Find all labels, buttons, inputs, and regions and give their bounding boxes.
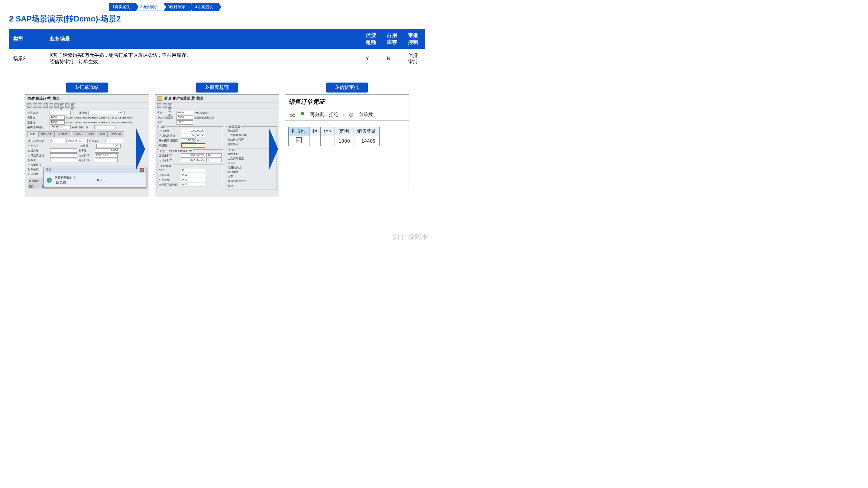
btn-realloc[interactable]: 再分配 (310, 112, 324, 118)
screenshot-1: 1-订单冻结 创建 标准订单: 概览 订单 凭证 标准订单净价值0.00 售达方… (25, 83, 149, 197)
lbl-agreed: 约定减免 (159, 178, 180, 182)
sap1-toolbar: 订单 凭证 (25, 102, 149, 109)
in-po[interactable]: test by Gi (50, 125, 71, 129)
txt-cust: TALPA GmbH (194, 112, 209, 114)
toolbar-icon[interactable] (54, 103, 59, 108)
in-vol[interactable]: 0.000 (95, 149, 119, 153)
lbl-used: 已使用信贷限额 (159, 139, 180, 143)
toolbar-icon[interactable] (157, 103, 161, 108)
flag-icon[interactable] (300, 112, 306, 118)
txt-area: 信贷控制范围 北美 (194, 116, 214, 119)
in-block[interactable] (50, 149, 78, 153)
lbl-clear: 清算金额 (159, 173, 180, 177)
toolbar-icon[interactable] (43, 103, 48, 108)
in-enddate[interactable] (95, 158, 118, 162)
info-popup: 信息✕ i 信贷限额超过了 .12 EUR 6,708 (43, 167, 146, 188)
lbl-net: 净价值 (72, 111, 87, 115)
toolbar-icon[interactable] (38, 103, 42, 108)
in-soldto[interactable]: 1600 (50, 116, 65, 120)
nav-item-1[interactable]: 1真实案例 (109, 3, 136, 11)
in-dso[interactable]: 0 (181, 168, 205, 172)
lbl-plant: 交货工厂 (89, 139, 104, 143)
tab-item-overview[interactable]: 项目总览 (38, 131, 55, 137)
toolbar-icon[interactable] (49, 103, 53, 108)
gear-icon[interactable] (348, 112, 354, 118)
tab-sales[interactable]: 销售 (27, 131, 38, 137)
in-paycard[interactable] (50, 158, 78, 162)
in-limit[interactable]: 100,000.00 (181, 129, 205, 133)
toolbar-icon[interactable] (33, 103, 37, 108)
in-used[interactable]: 50.00 (181, 139, 196, 143)
th-pst: P.St. (289, 127, 309, 136)
tab-orderer[interactable]: 订货方 (72, 131, 85, 137)
in-net[interactable]: 0.00 (88, 111, 125, 115)
td-doc: 14409 (354, 136, 380, 146)
in-nd-n[interactable]: 3- (207, 158, 221, 162)
toolbar-icon[interactable] (27, 103, 31, 108)
nav-item-2[interactable]: 2场景演示 (136, 3, 163, 11)
in-reqdate[interactable]: 2022.06.30 (66, 139, 88, 143)
toolbar-icon[interactable] (163, 103, 167, 108)
in-horizon[interactable] (181, 143, 205, 148)
lbl-cust: 客户 (157, 111, 175, 115)
sap3-toolbar: 再分配 拒绝 | 向前拨 (285, 109, 409, 121)
th-scenario: 业务场景 (45, 29, 362, 49)
lbl-lastrev: 上次内部复查 (227, 157, 249, 160)
in-area[interactable]: 3000 (177, 116, 193, 120)
nav-item-4[interactable]: 4方案启发 (192, 3, 218, 11)
in-clear[interactable]: 0.00 (181, 173, 205, 177)
in-podate[interactable] (94, 125, 116, 129)
in-reqdate-t[interactable]: D (50, 139, 65, 143)
td-scenario: X客户继续购买8万元牛奶，销售订单下达后被冻结，不占用库存。 经信贷审批，订单生… (45, 49, 362, 69)
in-wd-n[interactable]: 14- (207, 153, 221, 157)
tab-ship[interactable]: 装运 (97, 131, 107, 137)
toolbar-label: 凭证 (71, 103, 75, 108)
tab-reject[interactable]: 拒绝原因 (108, 131, 124, 137)
in-unagreed[interactable]: 0.00 (181, 183, 205, 187)
toolbar-icon[interactable] (65, 103, 69, 108)
td-rej (309, 136, 321, 146)
in-std-order[interactable] (50, 111, 71, 115)
td-credit: Y (362, 49, 383, 69)
in-curr[interactable]: USD (177, 120, 193, 125)
sap3-title: 销售订单凭证 (285, 95, 409, 109)
lbl-weight: 总重量 (80, 144, 95, 148)
in-plant[interactable] (105, 139, 123, 143)
sap2-title: 更改 客户信贷管理: 概览 (164, 96, 204, 101)
in-cust[interactable]: 1600 (177, 111, 193, 115)
lbl-dunlevel: 催款级别 (227, 143, 249, 146)
lbl-monitor: 监控 (227, 184, 249, 188)
lbl-frozen: 被冻结 (227, 161, 249, 165)
btn-forward[interactable]: 向前拨 (359, 112, 373, 118)
in-pricedate[interactable]: 2022.06.21 (95, 153, 118, 157)
glasses-icon[interactable] (289, 112, 296, 118)
in-billblock[interactable] (50, 153, 78, 157)
grp-history: 收付历史/欠款 09/94-11/01 (159, 149, 193, 153)
svg-point-1 (292, 114, 295, 117)
lbl-lastext: 最后的外部复查 (227, 179, 249, 183)
lbl-dso: DSO (159, 169, 180, 172)
lbl-po: 采购订单编号 (27, 125, 49, 129)
nav-item-3[interactable]: 3设计演示 (164, 3, 191, 11)
in-shipto[interactable]: 1600 (50, 120, 65, 125)
in-risk[interactable]: 50,000.00 (181, 134, 205, 138)
screenshot-3: 3-信贷审批 销售订单凭证 再分配 拒绝 | 向前拨 P.St. 拒 信> (285, 83, 409, 191)
info-icon: i (47, 178, 52, 183)
in-weight[interactable]: 0.000 (96, 144, 121, 148)
tab-item-detail[interactable]: 项目细节 (55, 131, 71, 137)
txt-shipto: TALPA GmbH / An der Breiten Wiese 422 / … (66, 121, 133, 124)
toolbar-label: 订单 (60, 103, 64, 108)
lbl-pricedate: 定价日期 (79, 154, 94, 157)
in-withdisc[interactable]: 563,846.15 (181, 153, 205, 157)
in-agreed[interactable]: 0.00 (181, 178, 205, 182)
btn-reject[interactable]: 拒绝 (329, 112, 339, 118)
in-nodisc[interactable]: 327,052.96 (181, 158, 205, 162)
grp-pay: 支付数据 (159, 164, 172, 168)
lbl-std-order: 标准订单 (27, 111, 49, 115)
lbl-dunproc: 催款诉讼程序 (227, 138, 249, 142)
th-credit: 信贷 超额 (362, 29, 383, 49)
lbl-soldto: 售达方 (27, 116, 49, 120)
txt-soldto: TALPA GmbH / An der Breiten Wiese 422 / … (66, 116, 133, 119)
lbl-mgmt: 管理数据 (168, 103, 172, 108)
tab-procure[interactable]: 采购 (86, 131, 96, 137)
